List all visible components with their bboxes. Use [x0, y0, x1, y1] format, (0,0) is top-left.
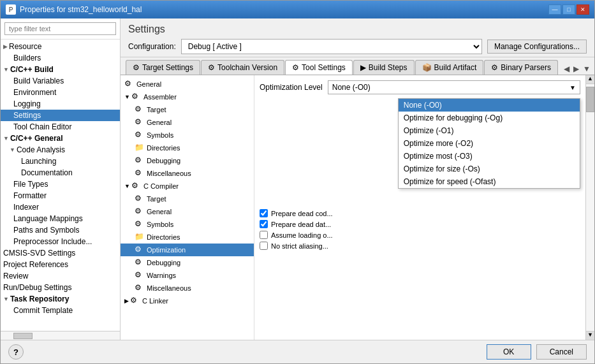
tree-label: Resource — [9, 42, 41, 51]
tree-item-code-analysis[interactable]: ▼ Code Analysis — [1, 144, 120, 156]
stree-cc-general[interactable]: ⚙ General — [121, 205, 254, 218]
stree-asm-general[interactable]: ⚙ General — [121, 116, 254, 129]
right-vscroll[interactable]: ▲ ▼ — [585, 75, 594, 340]
dropdown-item-o1[interactable]: Optimize (-O1) — [399, 124, 580, 137]
tree-label: Formatter — [13, 191, 47, 200]
ok-button[interactable]: OK — [487, 344, 531, 360]
tree-label: Code Analysis — [17, 145, 65, 154]
stree-cc-optimization[interactable]: ⚙ Optimization — [121, 244, 254, 256]
tree-item-file-types[interactable]: File Types — [1, 178, 120, 190]
vscroll-down[interactable]: ▼ — [586, 331, 594, 340]
optimization-panel: Optimization Level None (-O0) ▼ None (-O… — [254, 75, 585, 340]
tree-item-review[interactable]: Review — [1, 270, 120, 282]
tree-item-documentation[interactable]: Documentation — [1, 167, 120, 178]
tree-item-paths-symbols[interactable]: Paths and Symbols — [1, 224, 120, 236]
c-linker-icon: ⚙ — [130, 296, 140, 306]
bottom-bar: ? OK Cancel — [1, 340, 594, 363]
cc-misc-icon: ⚙ — [135, 283, 145, 293]
tree-item-cpp-build[interactable]: ▼ C/C++ Build — [1, 64, 120, 75]
stree-asm-debugging[interactable]: ⚙ Debugging — [121, 154, 254, 167]
asm-target-icon: ⚙ — [135, 105, 145, 115]
tab-nav-forward[interactable]: ▶ — [572, 63, 580, 75]
dropdown-item-o2[interactable]: Optimize more (-O2) — [399, 137, 580, 150]
tab-target-settings[interactable]: ⚙ Target Settings — [126, 60, 200, 75]
stree-cc-warnings[interactable]: ⚙ Warnings — [121, 269, 254, 282]
left-hscroll[interactable] — [1, 331, 120, 340]
tree-item-environment[interactable]: Environment — [1, 87, 120, 98]
tree-item-settings[interactable]: Settings — [1, 110, 120, 121]
tree-item-run-debug[interactable]: Run/Debug Settings — [1, 282, 120, 293]
tree-item-build-variables[interactable]: Build Variables — [1, 75, 120, 87]
tab-toolchain-version[interactable]: ⚙ Toolchain Version — [201, 60, 284, 75]
s-label: Debugging — [147, 157, 180, 164]
tree-item-launching[interactable]: Launching — [1, 156, 120, 167]
stree-c-linker[interactable]: ▶ ⚙ C Linker — [121, 295, 254, 307]
filter-input[interactable] — [4, 22, 116, 35]
stree-asm-directories[interactable]: 📁 Directories — [121, 142, 254, 154]
dead-data-checkbox[interactable] — [260, 220, 268, 228]
dead-code-checkbox[interactable] — [260, 209, 268, 217]
window-title: Properties for stm32_helloworld_hal — [20, 5, 545, 14]
tree-item-logging[interactable]: Logging — [1, 98, 120, 110]
asm-dirs-icon: 📁 — [135, 143, 145, 153]
toolchain-version-icon: ⚙ — [208, 63, 215, 72]
tree-item-formatter[interactable]: Formatter — [1, 190, 120, 201]
stree-general[interactable]: ⚙ General — [121, 78, 254, 91]
manage-configurations-button[interactable]: Manage Configurations... — [487, 40, 587, 54]
titlebar: P Properties for stm32_helloworld_hal — … — [1, 1, 594, 18]
cancel-button[interactable]: Cancel — [536, 344, 587, 360]
stree-c-compiler[interactable]: ▼ ⚙ C Compiler — [121, 180, 254, 193]
stree-cc-debugging[interactable]: ⚙ Debugging — [121, 256, 254, 269]
tree-item-commit-template[interactable]: Commit Template — [1, 305, 120, 316]
dropdown-item-ofast[interactable]: Optimize for speed (-Ofast) — [399, 175, 580, 188]
stree-cc-symbols[interactable]: ⚙ Symbols — [121, 218, 254, 231]
tree-item-task-repository[interactable]: ▼ Task Repository — [1, 293, 120, 305]
dropdown-item-debug[interactable]: Optimize for debugging (-Og) — [399, 112, 580, 124]
minimize-button[interactable]: — — [548, 4, 561, 15]
maximize-button[interactable]: □ — [562, 4, 575, 15]
tab-nav-back[interactable]: ◀ — [562, 63, 571, 75]
tree-item-indexer[interactable]: Indexer — [1, 201, 120, 213]
tree-label: Build Variables — [13, 76, 64, 85]
tab-build-steps[interactable]: ▶ Build Steps — [353, 60, 415, 75]
tree-item-cmsis-svd[interactable]: CMSIS-SVD Settings — [1, 247, 120, 259]
config-select[interactable]: Debug [ Active ] — [181, 39, 482, 54]
no-strict-checkbox[interactable] — [260, 242, 268, 250]
opt-select[interactable]: None (-O0) ▼ — [328, 80, 580, 94]
cc-symbols-icon: ⚙ — [135, 219, 145, 229]
dropdown-item-o3[interactable]: Optimize most (-O3) — [399, 150, 580, 163]
tree-item-cpp-general[interactable]: ▼ C/C++ General — [1, 133, 120, 144]
tree-item-builders[interactable]: Builders — [1, 52, 120, 64]
assume-loading-checkbox[interactable] — [260, 231, 268, 239]
asm-symbols-icon: ⚙ — [135, 130, 145, 140]
stree-cc-target[interactable]: ⚙ Target — [121, 193, 254, 205]
stree-cc-misc[interactable]: ⚙ Miscellaneous — [121, 282, 254, 295]
stree-assembler[interactable]: ▼ ⚙ Assembler — [121, 91, 254, 103]
close-button[interactable]: ✕ — [577, 4, 589, 15]
dropdown-item-none[interactable]: None (-O0) — [399, 99, 580, 112]
tree-arrow: ▼ — [3, 296, 9, 302]
tree-item-tool-chain-editor[interactable]: Tool Chain Editor — [1, 121, 120, 133]
stree-cc-directories[interactable]: 📁 Directories — [121, 231, 254, 244]
no-strict-label: No strict aliasing... — [271, 242, 328, 250]
vscroll-track[interactable] — [586, 84, 594, 331]
tab-build-artifact[interactable]: 📦 Build Artifact — [415, 60, 484, 75]
tree-item-project-references[interactable]: Project References — [1, 259, 120, 270]
help-button[interactable]: ? — [8, 344, 24, 360]
hscroll-thumb[interactable] — [13, 333, 33, 339]
tree-item-preprocessor[interactable]: Preprocessor Include... — [1, 236, 120, 247]
tree-item-resource[interactable]: ▶ Resource — [1, 41, 120, 52]
tree-item-language-mappings[interactable]: Language Mappings — [1, 213, 120, 224]
tab-label: Target Settings — [142, 63, 193, 72]
tree-label: Environment — [13, 88, 56, 97]
tab-binary-parsers[interactable]: ⚙ Binary Parsers — [484, 60, 558, 75]
stree-asm-target[interactable]: ⚙ Target — [121, 103, 254, 116]
vscroll-up[interactable]: ▲ — [586, 75, 594, 84]
dropdown-item-os[interactable]: Optimize for size (-Os) — [399, 163, 580, 175]
tab-label: Toolchain Version — [217, 63, 277, 72]
vscroll-thumb[interactable] — [586, 87, 594, 112]
stree-asm-symbols[interactable]: ⚙ Symbols — [121, 129, 254, 142]
tab-tool-settings[interactable]: ⚙ Tool Settings — [285, 60, 353, 75]
tab-nav-menu[interactable]: ▼ — [582, 63, 592, 75]
stree-asm-misc[interactable]: ⚙ Miscellaneous — [121, 167, 254, 180]
